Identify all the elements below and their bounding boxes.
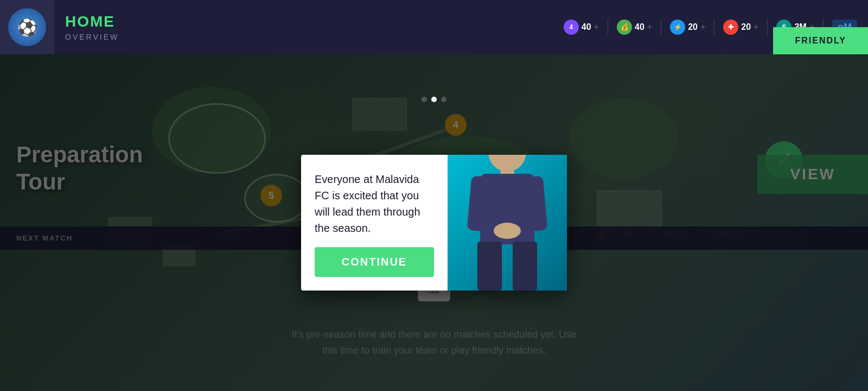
- club-logo-area: [0, 0, 54, 54]
- modal-overlay: Everyone at Malavida FC is excited that …: [0, 54, 868, 391]
- stat-plus-3: +: [700, 22, 705, 32]
- stat-divider-2: [661, 19, 661, 35]
- stat-plus-1: +: [594, 22, 599, 32]
- stat-group-2: 💰 40 +: [612, 20, 656, 35]
- manager-hands: [494, 223, 521, 239]
- stat-plus-4: +: [754, 22, 758, 32]
- manager-figure: [464, 155, 551, 291]
- title-area: HOME OVERVIEW: [54, 13, 130, 41]
- club-logo: [8, 8, 46, 46]
- stat-value-4: 20: [741, 22, 751, 32]
- cross-icon: ✚: [723, 20, 738, 35]
- stat-value-1: 40: [582, 22, 591, 32]
- stat-group-3: ⚡ 20 +: [666, 20, 710, 35]
- stat-plus-2: +: [647, 22, 652, 32]
- modal-dialog: Everyone at Malavida FC is excited that …: [301, 155, 567, 291]
- coin-icon: 💰: [617, 20, 632, 35]
- modal-message: Everyone at Malavida FC is excited that …: [315, 171, 434, 236]
- manager-leg-left: [477, 242, 502, 291]
- modal-left-panel: Everyone at Malavida FC is excited that …: [301, 155, 448, 291]
- page-subtitle: OVERVIEW: [65, 33, 119, 41]
- stat-value-2: 40: [635, 22, 644, 32]
- stat-divider-3: [714, 19, 714, 35]
- modal-right-panel: [448, 155, 567, 291]
- page-title: HOME: [65, 13, 119, 30]
- stat-group-1: 4 40 +: [559, 20, 603, 35]
- manager-leg-right: [513, 242, 537, 291]
- stat-value-3: 20: [688, 22, 698, 32]
- lightning-icon: ⚡: [670, 20, 685, 35]
- main-content: 4 5 Preparation Tour ✓ VIEW Ends in 50 d…: [0, 54, 868, 391]
- stat-group-4: ✚ 20 +: [719, 20, 763, 35]
- continue-button[interactable]: CONTINUE: [315, 247, 434, 277]
- stat-divider-4: [767, 19, 768, 35]
- stat-divider-1: [608, 19, 608, 35]
- header: HOME OVERVIEW 4 40 + 💰 40 + ⚡ 20 + ✚ 20: [0, 0, 868, 54]
- trophy-icon: 4: [564, 20, 579, 35]
- friendly-button[interactable]: FRIENDLY: [773, 27, 868, 54]
